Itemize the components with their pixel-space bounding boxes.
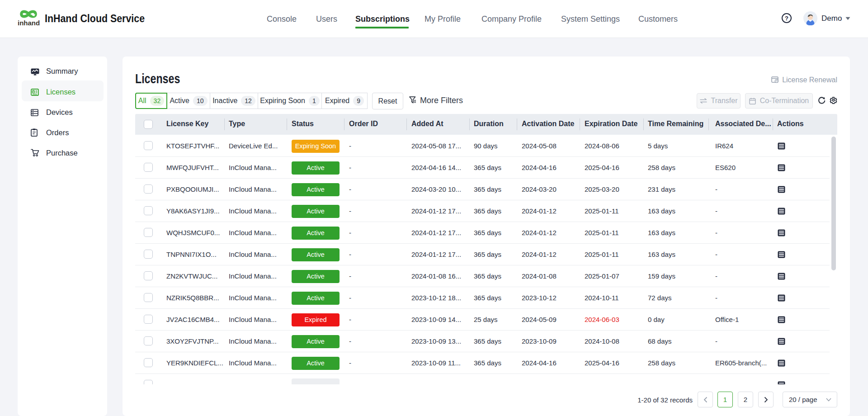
svg-text:?: ? <box>785 15 788 22</box>
